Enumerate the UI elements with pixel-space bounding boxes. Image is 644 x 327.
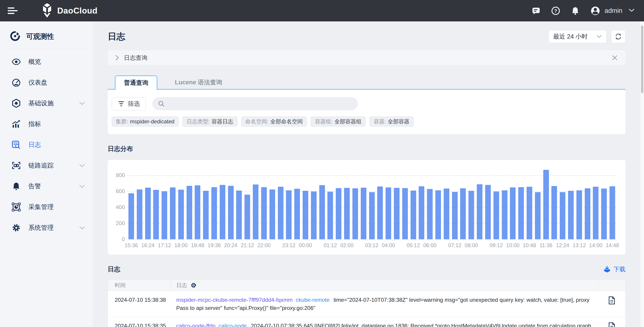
chart-bar-57[interactable] — [601, 189, 607, 239]
chart-bar-37[interactable] — [435, 190, 441, 239]
chart-bar-48[interactable] — [526, 187, 532, 239]
chart-bar-17[interactable] — [270, 189, 275, 239]
chart-bar-11[interactable] — [220, 185, 225, 239]
chart-bar-25[interactable] — [336, 188, 342, 239]
sidebar-item-1[interactable]: 仪表盘 — [0, 72, 93, 93]
filter-chip-4[interactable]: 容器:全部容器 — [370, 117, 414, 127]
tab-normal-query[interactable]: 普通查询 — [115, 76, 157, 90]
time-range-select[interactable]: 最近 24 小时 — [548, 30, 606, 43]
chart-plot-area[interactable]: 020040060080015:3616:2417:1218:0018:4819… — [127, 160, 616, 239]
search-box[interactable] — [152, 97, 358, 110]
pod-link[interactable]: mspider-mcpc-ckube-remote-7fff97ddd4-fqx… — [176, 297, 293, 303]
pod-link[interactable]: calico-node-ffrlp — [176, 323, 216, 327]
chart-bar-45[interactable] — [502, 190, 508, 239]
chart-bar-43[interactable] — [485, 185, 491, 239]
chart-bar-55[interactable] — [585, 188, 590, 239]
filter-chip-3[interactable]: 容器组:全部容器组 — [311, 117, 366, 127]
search-input[interactable] — [168, 100, 348, 107]
sidebar-item-7[interactable]: 采集管理 — [0, 197, 93, 217]
chart-bar-50[interactable] — [543, 170, 549, 239]
avatar[interactable] — [590, 6, 600, 16]
chart-bar-12[interactable] — [228, 186, 234, 239]
sidebar-item-6[interactable]: 告警 — [0, 176, 93, 197]
sidebar-item-0[interactable]: 概览 — [0, 52, 93, 72]
chart-bar-26[interactable] — [344, 188, 350, 239]
download-button[interactable]: 下载 — [604, 265, 626, 273]
chart-bar-20[interactable] — [294, 189, 300, 239]
chart-bar-33[interactable] — [402, 188, 408, 239]
chart-bar-41[interactable] — [468, 191, 474, 239]
sidebar-item-3[interactable]: 指标 — [0, 114, 93, 134]
chart-bar-54[interactable] — [576, 190, 582, 239]
chart-bar-18[interactable] — [278, 187, 284, 239]
chart-bar-23[interactable] — [319, 185, 325, 239]
chart-bar-21[interactable] — [302, 191, 308, 239]
chart-bar-28[interactable] — [361, 188, 366, 239]
chart-bar-56[interactable] — [593, 187, 598, 239]
chart-bar-6[interactable] — [178, 190, 184, 239]
chart-bar-42[interactable] — [477, 184, 482, 239]
chart-bar-0[interactable] — [128, 193, 134, 239]
chart-bar-34[interactable] — [410, 191, 416, 239]
chart-bar-30[interactable] — [377, 186, 383, 239]
chart-bar-46[interactable] — [510, 187, 516, 239]
chart-bar-32[interactable] — [394, 188, 400, 239]
filter-chip-2[interactable]: 命名空间:全部命名空间 — [241, 117, 307, 127]
sidebar-item-5[interactable]: 链路追踪 — [0, 155, 93, 176]
refresh-button[interactable] — [611, 30, 626, 43]
page-scrollbar[interactable] — [640, 22, 644, 327]
chart-bar-49[interactable] — [535, 192, 540, 239]
chart-bar-51[interactable] — [552, 186, 557, 239]
messages-icon[interactable] — [532, 7, 540, 15]
close-icon[interactable] — [612, 55, 618, 61]
filter-chip-1[interactable]: 日志类型:容器日志 — [182, 117, 237, 127]
chart-bar-47[interactable] — [518, 187, 524, 239]
chart-bar-14[interactable] — [244, 195, 250, 239]
user-menu-chevron-down-icon[interactable] — [629, 9, 634, 13]
sidebar-item-8[interactable]: 系统管理 — [0, 217, 93, 238]
chart-bar-7[interactable] — [186, 186, 192, 239]
chart-bar-19[interactable] — [286, 190, 292, 239]
chart-bar-40[interactable] — [460, 188, 466, 239]
chart-bar-1[interactable] — [137, 189, 142, 239]
sidebar-item-2[interactable]: 基础设施 — [0, 93, 93, 114]
chart-bar-38[interactable] — [444, 189, 449, 239]
chart-bar-31[interactable] — [386, 187, 391, 239]
chart-bar-35[interactable] — [419, 186, 424, 239]
chart-bar-2[interactable] — [145, 188, 151, 239]
chart-bar-58[interactable] — [610, 186, 615, 239]
log-detail-button[interactable] — [598, 317, 625, 327]
filter-chip-0[interactable]: 集群:mspider-dedicated — [112, 117, 178, 127]
chart-bar-10[interactable] — [211, 187, 217, 239]
container-link[interactable]: calico-node — [218, 323, 247, 327]
notifications-bell-icon[interactable] — [571, 7, 579, 15]
chart-bar-16[interactable] — [261, 187, 267, 239]
filter-button[interactable]: 筛选 — [112, 97, 146, 110]
chart-bar-39[interactable] — [452, 192, 458, 239]
log-query-collapse-bar[interactable]: 日志查询 — [108, 50, 626, 65]
chart-bar-29[interactable] — [369, 192, 375, 239]
chart-bar-13[interactable] — [236, 191, 242, 239]
chart-bar-5[interactable] — [170, 187, 176, 239]
sidebar-item-4[interactable]: 日志 — [0, 134, 93, 155]
scrollbar-thumb[interactable] — [641, 26, 643, 93]
chart-bar-22[interactable] — [311, 191, 316, 239]
chart-bar-53[interactable] — [568, 191, 574, 239]
log-detail-button[interactable] — [598, 291, 625, 317]
chart-bar-52[interactable] — [560, 192, 565, 239]
help-icon[interactable]: ? — [552, 7, 560, 15]
brand-logo[interactable]: DaoCloud — [40, 3, 98, 19]
chart-bar-3[interactable] — [153, 190, 159, 239]
tab-lucene-query[interactable]: Lucene 语法查询 — [175, 75, 222, 90]
chart-bar-15[interactable] — [253, 184, 258, 239]
username[interactable]: admin — [604, 7, 622, 15]
menu-toggle-icon[interactable] — [8, 6, 18, 16]
column-settings-gear-icon[interactable] — [191, 282, 196, 288]
chart-bar-24[interactable] — [328, 192, 333, 239]
chart-bar-44[interactable] — [494, 191, 499, 239]
chart-bar-36[interactable] — [427, 189, 433, 239]
chart-bar-4[interactable] — [162, 191, 167, 239]
container-link[interactable]: ckube-remote — [296, 297, 330, 303]
chart-bar-8[interactable] — [195, 185, 200, 239]
chart-bar-27[interactable] — [352, 188, 358, 239]
